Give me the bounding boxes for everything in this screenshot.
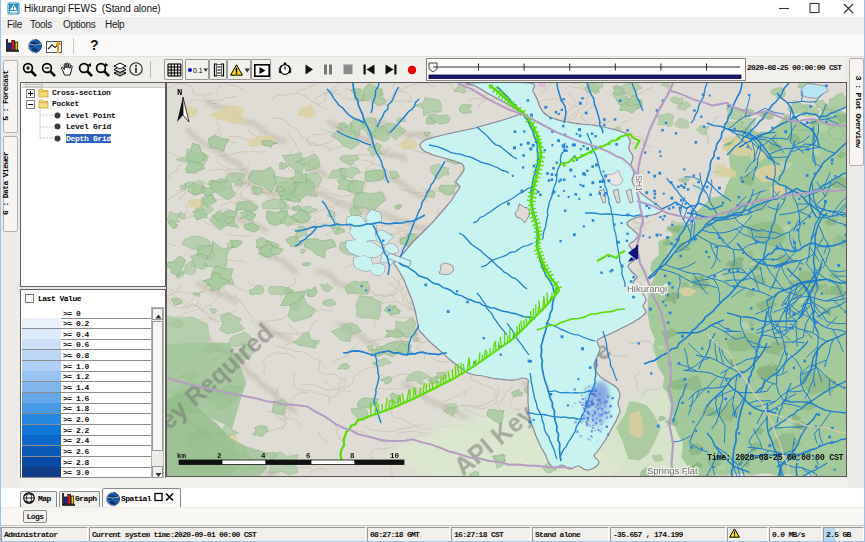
svg-text:8: 8	[350, 452, 355, 460]
svg-text:6: 6	[306, 452, 311, 460]
svg-text:10: 10	[390, 452, 400, 460]
svg-text:4: 4	[261, 452, 266, 460]
svg-text:2: 2	[217, 452, 222, 460]
svg-text:Time: 2020-08-25 00:00:00 CST: Time: 2020-08-25 00:00:00 CST	[707, 453, 844, 463]
svg-text:Hikurangi: Hikurangi	[627, 283, 667, 294]
svg-text:0.1: 0.1	[193, 67, 203, 74]
svg-text:SH1: SH1	[634, 175, 644, 192]
svg-text:km: km	[177, 452, 187, 460]
svg-text:N: N	[177, 88, 182, 98]
svg-text:Springs Flat: Springs Flat	[647, 465, 698, 476]
